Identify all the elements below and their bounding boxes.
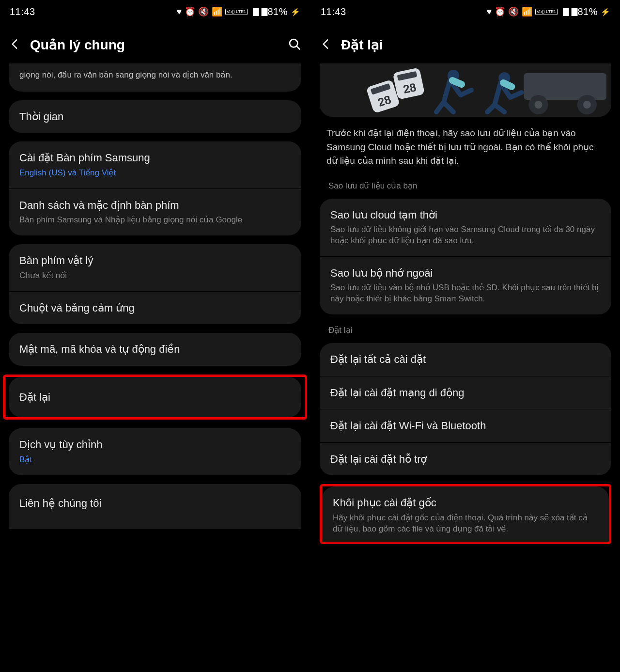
back-button[interactable] (9, 38, 21, 52)
charging-icon (601, 7, 610, 16)
heart-icon (486, 7, 492, 17)
battery-text: 81% (577, 6, 598, 17)
back-button[interactable] (320, 38, 332, 52)
item-mouse-trackpad[interactable]: Chuột và bảng cảm ứng (9, 292, 301, 325)
signal-icon (560, 8, 566, 16)
section-reset: Đặt lại (314, 323, 617, 340)
signal-icon (250, 8, 256, 16)
item-reset-accessibility[interactable]: Đặt lại cài đặt hỗ trợ (320, 443, 611, 476)
item-backup-external[interactable]: Sao lưu bộ nhớ ngoài Sao lưu dữ liệu vào… (320, 257, 611, 314)
partial-text: giọng nói, đầu ra văn bản sang giọng nói… (19, 69, 291, 81)
svg-point-5 (534, 101, 542, 109)
item-keyboard-list[interactable]: Danh sách và mặc định bàn phím Bàn phím … (9, 189, 301, 235)
header: Quản lý chung (0, 23, 310, 63)
status-bar: 11:43 Vo)) LTE1 81% (311, 0, 620, 23)
svg-point-7 (583, 101, 591, 109)
status-icons: Vo)) LTE1 81% (176, 6, 300, 17)
item-time[interactable]: Thời gian (9, 100, 301, 133)
header: Đặt lại (311, 23, 620, 63)
mute-icon (198, 6, 209, 17)
status-time: 11:43 (10, 6, 35, 17)
battery-text: 81% (267, 6, 288, 17)
reset-description: Trước khi đặt lại điện thoại, hãy sao lư… (314, 124, 617, 179)
highlight-reset: Đặt lại (3, 375, 307, 420)
alarm-icon (495, 6, 505, 17)
lte-badge: Vo)) LTE1 (225, 9, 248, 15)
search-button[interactable] (288, 37, 301, 53)
page-title: Quản lý chung (30, 37, 279, 53)
illustration: 28 28 (320, 63, 611, 117)
section-backup: Sao lưu dữ liệu của bạn (314, 179, 617, 196)
signal-icon-2 (569, 8, 575, 16)
highlight-factory-reset: Khôi phục cài đặt gốc Hãy khôi phục cài … (320, 484, 611, 544)
page-title: Đặt lại (341, 37, 611, 53)
phone-right: 11:43 Vo)) LTE1 81% Đặt lại (310, 0, 620, 672)
item-passwords[interactable]: Mật mã, mã khóa và tự động điền (9, 333, 301, 366)
partial-item[interactable]: giọng nói, đầu ra văn bản sang giọng nói… (9, 63, 301, 92)
item-reset[interactable]: Đặt lại (9, 377, 301, 418)
wifi-icon (522, 6, 532, 17)
item-reset-mobile-network[interactable]: Đặt lại cài đặt mạng di động (320, 376, 611, 409)
item-factory-reset[interactable]: Khôi phục cài đặt gốc Hãy khôi phục cài … (322, 486, 609, 541)
item-contact-us[interactable]: Liên hệ chúng tôi (9, 484, 301, 530)
lte-badge: Vo)) LTE1 (535, 9, 558, 15)
signal-icon-2 (259, 8, 265, 16)
status-icons: Vo)) LTE1 81% (486, 6, 610, 17)
status-bar: 11:43 Vo)) LTE1 81% (0, 0, 310, 23)
alarm-icon (185, 6, 195, 17)
wifi-icon (212, 6, 222, 17)
heart-icon (176, 7, 182, 17)
phone-left: 11:43 Vo)) LTE1 81% Quản lý chung (0, 0, 310, 672)
item-customization-service[interactable]: Dịch vụ tùy chỉnh Bật (9, 428, 301, 475)
svg-line-1 (296, 46, 299, 49)
charging-icon (291, 7, 300, 16)
svg-text:28: 28 (402, 80, 418, 96)
item-samsung-keyboard[interactable]: Cài đặt Bàn phím Samsung English (US) và… (9, 141, 301, 188)
item-reset-wifi-bluetooth[interactable]: Đặt lại cài đặt Wi-Fi và Bluetooth (320, 409, 611, 442)
status-time: 11:43 (321, 6, 346, 17)
item-backup-cloud[interactable]: Sao lưu cloud tạm thời Sao lưu dữ liệu k… (320, 199, 611, 256)
item-physical-keyboard[interactable]: Bàn phím vật lý Chưa kết nối (9, 244, 301, 291)
mute-icon (508, 6, 519, 17)
item-reset-all-settings[interactable]: Đặt lại tất cả cài đặt (320, 343, 611, 376)
